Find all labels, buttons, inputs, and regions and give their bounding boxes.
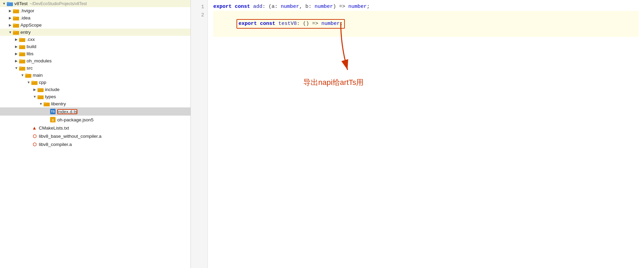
project-folder-icon [7,1,13,6]
sidebar-item-cxx[interactable]: .cxx [0,36,190,43]
sidebar-item-label: types [45,94,56,99]
sidebar-item-hvigor[interactable]: .hvigor [0,7,190,14]
sidebar-item-label: build [27,44,36,49]
tree-arrow [14,45,19,48]
tree-arrow [1,2,7,5]
cmake-file-icon: ▲ [31,125,37,131]
folder-icon [13,16,19,20]
svg-rect-13 [19,45,22,46]
sidebar-item-v8test[interactable]: v8Test ~/DevEcoStudioProjects/v8Test [0,0,190,7]
svg-rect-3 [13,9,16,11]
ts-file-icon: TS [50,108,56,115]
sidebar-item-label: oh_modules [27,58,52,63]
sidebar-item-label: src [27,65,33,71]
folder-icon [13,9,19,13]
svg-rect-29 [44,102,46,104]
json-file-icon: {} [50,117,56,123]
svg-rect-19 [19,66,22,68]
sidebar-item-label: libv8_base_without_compiler.a [39,134,102,139]
svg-rect-7 [13,24,16,25]
tree-arrow [14,59,19,63]
lib-file-icon: ⬡ [31,133,37,139]
tree-arrow [14,38,19,41]
sidebar-item-label: v8Test [14,1,28,6]
tree-arrow [7,16,13,20]
sidebar-item-oh-modules[interactable]: oh_modules [0,57,190,64]
svg-rect-17 [19,59,22,61]
tree-arrow [7,9,13,13]
svg-rect-15 [19,52,22,54]
sidebar-item-label: libv8_compiler.a [39,142,72,147]
folder-icon [37,94,44,99]
sidebar-item-label: .idea [20,15,30,20]
sidebar-item-label: AppScope [20,23,42,28]
sidebar-item-label: .cxx [27,37,35,42]
sidebar-item-libentry[interactable]: libentry [0,100,190,107]
sidebar-item-label: Index.d.ts [57,109,77,114]
tree-arrow [14,66,19,70]
folder-icon [13,23,19,28]
sidebar-item-label: include [45,87,60,92]
tree-arrow [32,95,37,99]
folder-icon [13,30,19,35]
sidebar-item-libs[interactable]: libs [0,50,190,57]
sidebar-item-cpp[interactable]: cpp [0,79,190,86]
folder-icon [25,73,31,78]
tree-arrow [14,52,19,56]
folder-icon [37,87,44,92]
folder-icon [19,44,25,49]
sidebar-item-index-d-ts[interactable]: TS Index.d.ts [0,107,190,116]
svg-rect-21 [25,74,28,75]
code-line-2: export const testV8: () => number; [213,11,639,37]
code-line-1: export const add: (a: number, b: number)… [213,3,639,11]
sidebar-item-label: main [33,73,43,78]
line-number-2: 2 [191,11,204,19]
sidebar-item-label: .hvigor [20,8,34,13]
line-numbers: 1 2 [191,0,208,268]
svg-rect-25 [37,88,40,89]
svg-rect-11 [19,38,22,39]
sidebar-item-src[interactable]: src [0,64,190,72]
sidebar-item-label: libentry [51,101,66,106]
line-number-1: 1 [191,3,204,11]
svg-rect-1 [7,2,10,3]
folder-icon [19,51,25,56]
sidebar-item-main[interactable]: main [0,72,190,79]
tree-arrow [7,30,13,34]
sidebar-item-libv8-compiler[interactable]: ⬡ libv8_compiler.a [0,140,190,148]
sidebar-item-idea[interactable]: .idea [0,14,190,21]
sidebar-item-include[interactable]: include [0,86,190,93]
sidebar-item-appscope[interactable]: AppScope [0,21,190,29]
folder-icon [44,102,50,106]
code-line-2-box: export const testV8: () => number; [236,19,345,29]
lib-file-icon-2: ⬡ [31,141,37,147]
tree-arrow [7,23,13,27]
svg-rect-9 [13,31,16,32]
sidebar-item-types[interactable]: types [0,93,190,100]
sidebar-item-label: cpp [39,80,46,85]
folder-icon [19,59,25,63]
code-editor: 1 2 export const add: (a: number, b: num… [191,0,644,268]
tree-arrow [20,73,25,77]
sidebar-item-entry[interactable]: entry [0,29,190,36]
svg-rect-23 [31,81,34,82]
folder-icon [19,66,25,71]
sidebar-item-label: libs [27,51,33,56]
svg-rect-27 [37,95,40,96]
file-tree: v8Test ~/DevEcoStudioProjects/v8Test .hv… [0,0,191,268]
sidebar-item-label: entry [20,30,31,35]
sidebar-item-libv8-base[interactable]: ⬡ libv8_base_without_compiler.a [0,132,190,140]
sidebar-item-build[interactable]: build [0,43,190,50]
sidebar-item-label: oh-package.json5 [57,117,94,122]
tree-arrow [26,80,31,84]
sidebar-item-oh-package[interactable]: {} oh-package.json5 [0,116,190,124]
sidebar-item-cmakelists[interactable]: ▲ CMakeLists.txt [0,124,190,132]
folder-icon [31,80,37,85]
sidebar-item-path: ~/DevEcoStudioProjects/v8Test [30,1,87,6]
folder-icon [19,37,25,42]
annotation-text: 导出napi给artTs用 [303,78,364,87]
code-content[interactable]: export const add: (a: number, b: number)… [208,0,644,268]
svg-rect-5 [13,16,16,18]
sidebar-item-label: CMakeLists.txt [39,125,69,131]
tree-arrow [32,88,37,91]
